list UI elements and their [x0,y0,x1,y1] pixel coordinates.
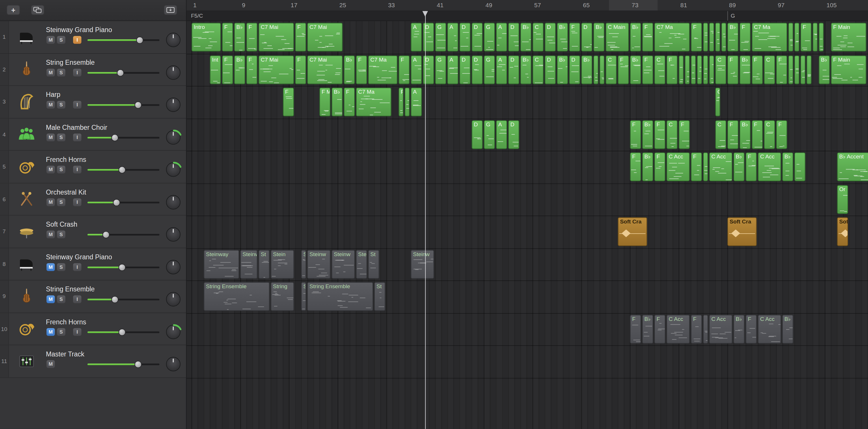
track-header[interactable]: 6Orchestral KitMSI [0,183,187,216]
input-monitor-button[interactable]: I [73,263,82,271]
region[interactable]: F [295,55,306,84]
region[interactable]: F [654,315,665,343]
region[interactable] [721,23,726,52]
region[interactable]: F [727,120,738,149]
mute-button[interactable]: M [46,231,55,238]
region[interactable]: B♭ [332,88,342,116]
region[interactable]: B♭ [818,55,830,84]
region[interactable]: B♭ [782,315,793,343]
region[interactable]: Or [837,185,848,213]
region[interactable]: B♭ [642,315,653,343]
pan-knob[interactable] [166,227,181,242]
region[interactable]: F [642,23,653,52]
region[interactable]: F [630,120,641,149]
region[interactable]: C7 Ma [654,23,690,52]
mute-button[interactable]: M [46,360,55,368]
region[interactable]: F [642,55,653,84]
volume-slider-thumb[interactable] [119,264,126,271]
bar-ruler[interactable]: 191725334149576573818997105 [187,0,868,11]
duplicate-track-button[interactable] [31,5,44,15]
region[interactable]: B♭ [782,152,793,181]
region[interactable]: G [484,23,495,52]
arrangement-marker-g[interactable]: G [727,11,735,21]
region[interactable]: F [569,23,580,52]
region[interactable]: B♭ [642,152,653,181]
region[interactable]: Soft Cra [727,218,757,246]
region[interactable] [703,315,708,343]
region[interactable]: D [423,23,434,52]
input-monitor-button[interactable]: I [73,328,82,336]
volume-slider[interactable] [88,69,159,76]
input-monitor-button[interactable]: I [73,166,82,173]
region[interactable]: B♭ [593,23,604,52]
region[interactable]: D [471,55,483,84]
region[interactable]: St [301,282,306,311]
mute-button[interactable]: M [46,328,55,336]
region[interactable]: F M [319,88,330,116]
region[interactable] [794,152,805,181]
region[interactable]: C [764,55,775,84]
solo-button[interactable]: S [57,101,65,109]
region[interactable]: Int [210,55,221,84]
track-header[interactable]: 2String EnsembleMSI [0,54,187,86]
region[interactable]: G [715,88,720,116]
input-monitor-button[interactable]: I [73,101,82,109]
region[interactable]: B♭ [734,152,744,181]
region[interactable]: F [356,55,367,84]
region[interactable]: Soft Cra [618,218,647,246]
region[interactable] [709,23,714,52]
volume-slider[interactable] [88,166,159,173]
region[interactable] [709,55,714,84]
playhead[interactable] [425,11,426,429]
region[interactable]: B♭ [557,55,568,84]
region[interactable]: Stein [271,250,294,279]
region[interactable]: B♭ [344,55,355,84]
region[interactable]: D [508,23,519,52]
region[interactable]: B♭ [734,315,744,343]
solo-button[interactable]: S [57,198,65,206]
region[interactable]: C Acc [666,315,690,343]
region[interactable]: St [374,282,385,311]
region[interactable]: F [399,55,409,84]
region[interactable]: C7 Ma [356,88,392,116]
mute-button[interactable]: M [46,101,55,109]
region[interactable] [703,23,708,52]
region[interactable]: C [532,55,544,84]
region[interactable]: C [532,23,544,52]
volume-slider-thumb[interactable] [119,328,126,336]
solo-button[interactable]: S [57,263,65,271]
input-monitor-button[interactable]: I [73,133,82,141]
region[interactable]: F [800,23,811,52]
region[interactable]: G [435,23,446,52]
mute-button[interactable]: M [46,36,55,44]
pan-knob[interactable] [166,260,181,274]
region[interactable] [715,23,720,52]
region[interactable] [703,55,708,84]
track-header[interactable]: 4Male Chamber ChoirMSI [0,118,187,151]
region[interactable]: B♭ Accent [837,152,868,181]
region[interactable]: F Main [831,23,867,52]
input-monitor-button[interactable]: I [73,198,82,206]
pan-knob[interactable] [166,292,181,307]
pan-knob[interactable] [166,324,181,339]
volume-slider-thumb[interactable] [134,361,142,368]
region[interactable]: String [271,282,294,311]
volume-slider[interactable] [88,361,159,368]
region[interactable]: C7 Mai [307,23,343,52]
region[interactable]: A [447,23,458,52]
track-header[interactable]: 3HarpMSI [0,86,187,118]
region[interactable]: F [746,152,756,181]
volume-slider-thumb[interactable] [134,102,142,109]
region[interactable]: Intro [191,23,221,52]
region[interactable] [788,23,793,52]
region[interactable]: B♭ [740,55,750,84]
region[interactable] [794,23,799,52]
track-header[interactable]: 10French HornsMSI [0,313,187,345]
region[interactable] [788,55,793,84]
region[interactable]: F [630,152,641,181]
region[interactable]: F [776,120,787,149]
volume-slider[interactable] [88,264,159,271]
region[interactable]: B♭ [740,120,750,149]
region[interactable]: St [258,250,270,279]
region[interactable]: A [447,55,458,84]
